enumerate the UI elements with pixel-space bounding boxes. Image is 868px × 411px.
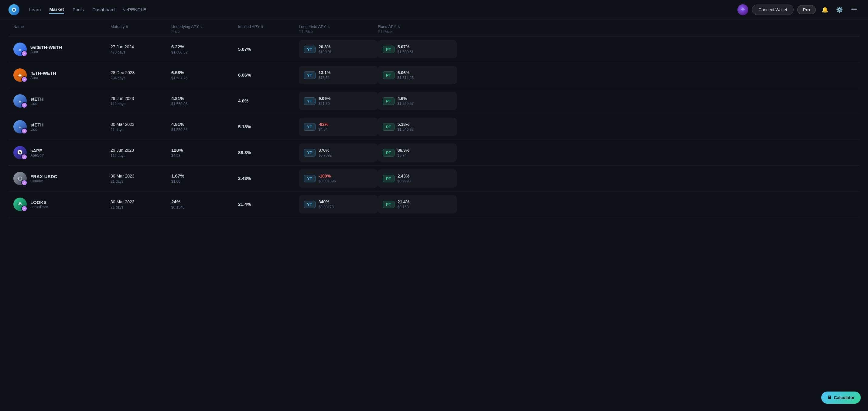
asset-provider: Aura [30, 76, 56, 80]
th-maturity[interactable]: Maturity ⇅ [111, 24, 171, 34]
yt-badge: YT [304, 175, 315, 182]
nav-vependle[interactable]: vePENDLE [123, 6, 146, 13]
maturity-date: 28 Dec 2023 [111, 70, 171, 75]
underlying-apy-cell: 6.58% $1,587.76 [171, 70, 238, 80]
asset-icon: ⟁ A [13, 42, 27, 56]
maturity-cell: 29 Jun 2023 112 days [111, 96, 171, 106]
implied-apy-cell: 5.18% [238, 124, 299, 129]
nav-dashboard[interactable]: Dashboard [92, 6, 115, 13]
asset-icon: ◈ A [13, 68, 27, 82]
pt-cell[interactable]: PT 21.4% $0.153 [378, 195, 457, 213]
pt-price: $1,529.57 [398, 101, 414, 106]
settings-button[interactable]: ⚙️ [834, 4, 845, 15]
market-table-container: Name Maturity ⇅ Underlying APY ⇅ Price I… [0, 20, 868, 230]
table-row[interactable]: ⬡ A FRAX-USDC Convex 30 Mar 2023 21 days… [8, 166, 860, 192]
yt-apy: 340% [318, 199, 334, 204]
yt-cell[interactable]: YT 370% $0.7892 [299, 144, 378, 162]
underlying-apy-pct: 4.81% [171, 96, 238, 101]
svg-point-1 [13, 8, 15, 11]
maturity-days: 21 days [111, 205, 171, 209]
implied-apy-cell: 21.4% [238, 202, 299, 207]
asset-name: sAPE [30, 148, 44, 153]
nav-learn[interactable]: Learn [29, 6, 41, 13]
calculator-icon: 🖩 [827, 395, 832, 400]
underlying-apy-cell: 4.81% $1,550.86 [171, 122, 238, 132]
yt-badge: YT [304, 123, 315, 131]
asset-name: stETH [30, 96, 43, 101]
pt-cell[interactable]: PT 2.43% $0.9993 [378, 169, 457, 187]
asset-cell: ⟁ A stETH Lido [13, 94, 111, 108]
underlying-apy-price: $1,550.86 [171, 102, 238, 106]
table-row[interactable]: ◈ A rETH-WETH Aura 28 Dec 2023 294 days … [8, 62, 860, 88]
fixed-apy-sort-icon: ⇅ [398, 25, 400, 28]
pt-cell[interactable]: PT 5.18% $1,546.32 [378, 118, 457, 136]
th-fixed-apy[interactable]: Fixed APY ⇅ PT Price [378, 24, 457, 34]
pt-cell[interactable]: PT 4.6% $1,529.57 [378, 92, 457, 110]
pt-price: $3.74 [398, 153, 410, 157]
yt-apy: 20.3% [318, 45, 332, 49]
asset-cell: ⟁ A wstETH-WETH Aura [13, 42, 111, 56]
underlying-apy-cell: 128% $4.53 [171, 147, 238, 158]
maturity-date: 30 Mar 2023 [111, 122, 171, 127]
table-row[interactable]: ⟁ A stETH Lido 30 Mar 2023 21 days 4.81%… [8, 114, 860, 140]
th-underlying-apy[interactable]: Underlying APY ⇅ Price [171, 24, 238, 34]
notifications-button[interactable]: 🔔 [819, 4, 830, 15]
table-body: ⟁ A wstETH-WETH Aura 27 Jun 2024 476 day… [8, 36, 860, 217]
logo[interactable] [8, 4, 20, 15]
asset-name: FRAX-USDC [30, 174, 57, 179]
yt-cell[interactable]: YT 9.09% $21.30 [299, 92, 378, 110]
yt-cell[interactable]: YT -82% $4.54 [299, 118, 378, 136]
table-row[interactable]: ⟁ A stETH Lido 29 Jun 2023 112 days 4.81… [8, 88, 860, 114]
asset-icon: ⬡ A [13, 172, 27, 185]
th-long-yield[interactable]: Long Yield APY ⇅ YT Price [299, 24, 378, 34]
connect-wallet-button[interactable]: Connect Wallet [752, 5, 793, 15]
asset-name: LOOKS [30, 200, 48, 205]
underlying-apy-price: $1,550.86 [171, 128, 238, 132]
pt-price: $1,500.51 [398, 50, 414, 54]
yt-cell[interactable]: YT 13.1% $73.51 [299, 66, 378, 84]
underlying-apy-pct: 6.22% [171, 44, 238, 49]
nav-pools[interactable]: Pools [72, 6, 84, 13]
maturity-cell: 28 Dec 2023 294 days [111, 70, 171, 80]
maturity-date: 29 Jun 2023 [111, 96, 171, 101]
yt-price: $0.001396 [318, 179, 336, 183]
pt-cell[interactable]: PT 6.06% $1,514.25 [378, 66, 457, 84]
maturity-date: 27 Jun 2024 [111, 45, 171, 49]
maturity-days: 294 days [111, 76, 171, 80]
maturity-days: 21 days [111, 179, 171, 184]
asset-cell: 🅐 A sAPE ApeCoin [13, 146, 111, 159]
maturity-cell: 29 Jun 2023 112 days [111, 148, 171, 158]
table-row[interactable]: 🅐 A sAPE ApeCoin 29 Jun 2023 112 days 12… [8, 140, 860, 166]
asset-provider: LooksRare [30, 205, 48, 209]
yt-price: $0.7892 [318, 153, 332, 157]
implied-apy-cell: 6.06% [238, 72, 299, 78]
th-implied-apy[interactable]: Implied APY ⇅ [238, 24, 299, 34]
underlying-apy-price: $1,587.76 [171, 76, 238, 80]
yt-cell[interactable]: YT 340% $0.00173 [299, 195, 378, 213]
underlying-apy-cell: 6.22% $1,600.52 [171, 44, 238, 54]
implied-apy-cell: 4.6% [238, 98, 299, 104]
yt-cell[interactable]: YT 20.3% $100.01 [299, 40, 378, 58]
calculator-button[interactable]: 🖩 Calculator [821, 391, 861, 404]
pt-price: $1,514.25 [398, 76, 414, 80]
implied-apy-value: 4.6% [238, 98, 248, 104]
table-row[interactable]: ⟁ A wstETH-WETH Aura 27 Jun 2024 476 day… [8, 36, 860, 62]
sub-icon: A [21, 206, 27, 212]
table-row[interactable]: 👁 A LOOKS LooksRare 30 Mar 2023 21 days … [8, 192, 860, 217]
underlying-apy-pct: 24% [171, 199, 238, 204]
asset-cell: 👁 A LOOKS LooksRare [13, 198, 111, 211]
underlying-apy-sort-icon: ⇅ [200, 25, 203, 28]
pt-cell[interactable]: PT 86.3% $3.74 [378, 144, 457, 162]
yt-badge: YT [304, 149, 315, 156]
maturity-date: 30 Mar 2023 [111, 199, 171, 204]
more-button[interactable]: ••• [848, 4, 860, 15]
asset-icon: 🅐 A [13, 146, 27, 159]
yt-cell[interactable]: YT -100% $0.001396 [299, 169, 378, 187]
yt-badge: YT [304, 97, 315, 105]
maturity-days: 476 days [111, 50, 171, 54]
underlying-apy-pct: 4.81% [171, 122, 238, 127]
pt-cell[interactable]: PT 5.07% $1,500.51 [378, 40, 457, 58]
long-yield-sort-icon: ⇅ [328, 25, 330, 28]
nav-market[interactable]: Market [49, 5, 64, 14]
navbar: Learn Market Pools Dashboard vePENDLE Co… [0, 0, 868, 20]
